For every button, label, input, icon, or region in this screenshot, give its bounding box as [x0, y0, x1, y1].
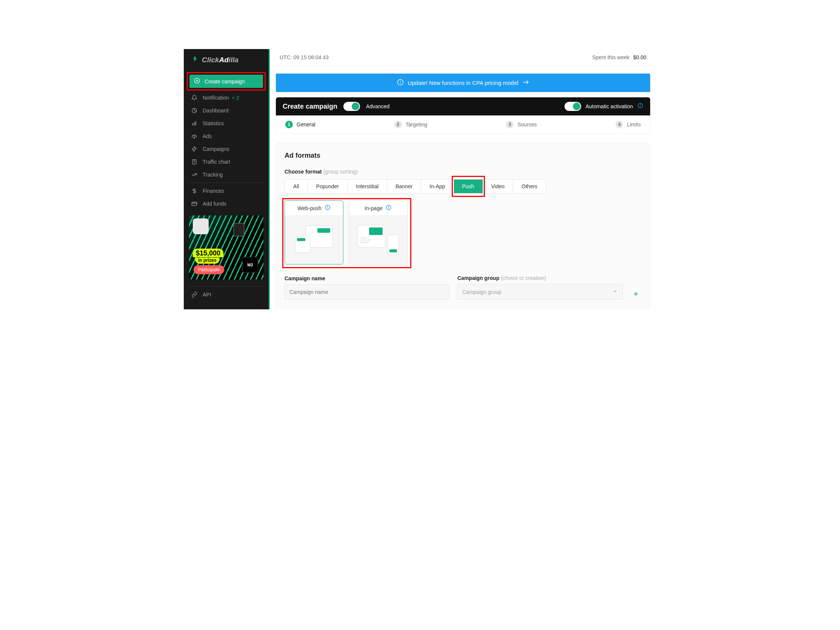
- ad-formats-section: Ad formats Choose format (group sorting)…: [276, 143, 650, 309]
- logo: ClickAdilla: [184, 49, 269, 71]
- promo-watch-img: [233, 223, 245, 237]
- sidebar-item-label: Tracking: [203, 172, 223, 178]
- sidebar-item-label: Add funds: [203, 201, 226, 207]
- format-tabs: All Popunder Interstitial Banner In-App …: [284, 179, 546, 194]
- sidebar-item-add-funds[interactable]: Add funds: [184, 197, 269, 210]
- sidebar-item-api[interactable]: API: [184, 288, 269, 301]
- tab-video[interactable]: Video: [483, 180, 513, 193]
- info-icon[interactable]: [637, 103, 643, 110]
- sidebar-item-label: Traffic chart: [203, 159, 230, 165]
- sidebar-item-traffic-chart[interactable]: Traffic chart: [184, 155, 269, 168]
- logo-icon: [191, 55, 199, 65]
- step-num: 4: [616, 121, 623, 128]
- step-sources[interactable]: 3 Sources: [506, 121, 537, 128]
- step-general[interactable]: 1 General: [285, 121, 316, 128]
- logo-text: ClickAdilla: [202, 56, 238, 64]
- card-in-page[interactable]: In-page: [349, 201, 407, 264]
- sidebar-item-finances[interactable]: Finances: [184, 185, 269, 197]
- card-web-push[interactable]: Web-push: [284, 201, 343, 264]
- promo-prize: $15,000: [193, 249, 223, 257]
- choose-format-label: Choose format (group sorting): [284, 169, 641, 175]
- tab-interstitial[interactable]: Interstitial: [347, 180, 387, 193]
- sidebar-item-ads[interactable]: Ads: [184, 130, 269, 143]
- campaign-name-input[interactable]: [284, 284, 450, 300]
- toggle-knob: [573, 103, 580, 110]
- sidebar-item-campaigns[interactable]: Campaigns: [184, 143, 269, 155]
- header-left: Create campaign Advanced: [283, 102, 390, 111]
- sidebar-item-notification[interactable]: Notification + 2: [184, 91, 269, 104]
- divider: [189, 286, 264, 287]
- card-label: In-page: [365, 205, 382, 211]
- tab-in-app[interactable]: In-App: [421, 180, 453, 193]
- toggle-knob: [352, 103, 359, 110]
- step-label: General: [297, 122, 316, 128]
- step-targeting[interactable]: 2 Targeting: [394, 121, 428, 128]
- card-preview: [285, 216, 343, 264]
- tab-popunder[interactable]: Popunder: [308, 180, 348, 193]
- plus-icon: +: [633, 289, 638, 299]
- spent-this-week: Spent this week $0.00: [592, 54, 646, 60]
- tab-others[interactable]: Others: [513, 180, 546, 193]
- add-group-button[interactable]: +: [630, 288, 641, 300]
- campaign-name-col: Campaign name: [284, 275, 450, 300]
- sidebar-item-statistics[interactable]: Statistics: [184, 117, 269, 130]
- card-head: In-page: [349, 201, 407, 216]
- plus-circle-icon: [194, 78, 200, 85]
- chevron-down-icon: [613, 289, 618, 295]
- sidebar-item-label: Dashboard: [203, 107, 229, 114]
- tab-push[interactable]: Push: [454, 180, 483, 193]
- promo-cta[interactable]: Participate: [194, 265, 224, 274]
- info-icon[interactable]: [386, 204, 392, 212]
- svg-rect-11: [192, 202, 197, 205]
- create-campaign-button[interactable]: Create campaign: [189, 75, 263, 88]
- advanced-toggle[interactable]: [343, 102, 360, 111]
- tab-all[interactable]: All: [285, 180, 308, 193]
- step-label: Limits: [627, 122, 641, 128]
- svg-point-22: [327, 206, 328, 207]
- page-title: Create campaign: [283, 103, 337, 111]
- auto-activation-toggle[interactable]: [565, 102, 581, 111]
- select-placeholder: Campaign group: [462, 289, 502, 295]
- campaign-group-select[interactable]: Campaign group: [457, 284, 623, 300]
- sidebar-item-tracking[interactable]: Tracking: [184, 168, 269, 181]
- svg-rect-4: [193, 123, 193, 125]
- svg-point-19: [640, 104, 641, 105]
- sidebar-item-label: Ads: [203, 133, 212, 139]
- promo-banner[interactable]: $15,000 in prizes Participate M2: [189, 215, 264, 279]
- notification-badge: + 2: [232, 95, 239, 101]
- sidebar-item-dashboard[interactable]: Dashboard: [184, 104, 269, 117]
- doc-icon: [191, 159, 197, 165]
- card-preview: [349, 216, 407, 264]
- info-icon[interactable]: [325, 204, 330, 212]
- bars-icon: [191, 120, 197, 126]
- utc-time: UTC: 09.15 08:04:43: [279, 54, 329, 60]
- main: UTC: 09.15 08:04:43 Spent this week $0.0…: [270, 49, 656, 309]
- campaign-group-label: Campaign group (choice or creation): [457, 275, 623, 281]
- sidebar-item-label: API: [203, 292, 211, 298]
- promo-chip: M2: [242, 257, 258, 273]
- svg-point-25: [388, 206, 389, 207]
- chart-icon: [191, 172, 197, 178]
- sidebar: ClickAdilla Create campaign Notification…: [184, 49, 270, 309]
- sidebar-item-label: Statistics: [203, 120, 224, 126]
- step-label: Targeting: [406, 122, 428, 128]
- promo-sub: in prizes: [195, 258, 219, 264]
- tab-banner[interactable]: Banner: [387, 180, 421, 193]
- spent-value: $0.00: [633, 54, 646, 60]
- card-label: Web-push: [297, 205, 322, 211]
- divider: [189, 183, 264, 183]
- update-banner[interactable]: Update! New functions in CPA pricing mod…: [276, 74, 650, 92]
- sidebar-item-label: Finances: [203, 188, 224, 194]
- info-icon: [397, 79, 404, 87]
- bell-icon: [191, 95, 197, 101]
- format-cards: Web-push In-page: [284, 201, 407, 264]
- sidebar-item-label: Notification: [203, 95, 229, 101]
- promo-earbuds-img: [193, 218, 209, 234]
- topbar: UTC: 09.15 08:04:43 Spent this week $0.0…: [270, 49, 656, 66]
- arrow-right-icon: [522, 79, 529, 87]
- create-campaign-label: Create campaign: [205, 79, 245, 85]
- megaphone-icon: [191, 133, 197, 139]
- svg-rect-5: [194, 122, 195, 125]
- step-label: Sources: [517, 122, 537, 128]
- step-limits[interactable]: 4 Limits: [616, 121, 641, 128]
